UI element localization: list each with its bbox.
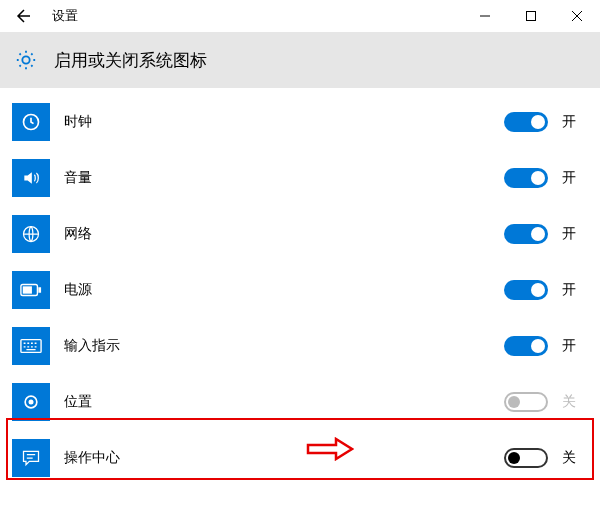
row-input: 输入指示 开 [12,318,588,374]
gear-icon [14,48,38,72]
state-label: 关 [548,393,588,411]
state-label: 开 [548,225,588,243]
back-button[interactable] [0,0,48,32]
svg-rect-0 [527,12,536,21]
location-icon [12,383,50,421]
state-label: 开 [548,113,588,131]
toggle-volume[interactable] [504,168,548,188]
clock-icon [12,103,50,141]
row-action-center: 操作中心 关 [12,430,588,486]
svg-rect-4 [38,287,41,293]
toggle-network[interactable] [504,224,548,244]
power-icon [12,271,50,309]
arrow-left-icon [16,8,32,24]
row-location: 位置 关 [12,374,588,430]
close-button[interactable] [554,0,600,32]
toggle-location [504,392,548,412]
page-title: 启用或关闭系统图标 [38,49,207,72]
state-label: 开 [548,281,588,299]
state-label: 开 [548,169,588,187]
row-label: 输入指示 [50,337,504,355]
row-label: 操作中心 [50,449,504,467]
row-label: 时钟 [50,113,504,131]
keyboard-icon [12,327,50,365]
row-label: 音量 [50,169,504,187]
svg-rect-6 [21,340,41,353]
minimize-button[interactable] [462,0,508,32]
row-label: 电源 [50,281,504,299]
action-center-icon [12,439,50,477]
toggle-clock[interactable] [504,112,548,132]
row-power: 电源 开 [12,262,588,318]
state-label: 开 [548,337,588,355]
page-header: 启用或关闭系统图标 [0,32,600,88]
settings-list: 时钟 开 音量 开 网络 开 电源 开 输入指示 开 [0,88,600,486]
titlebar: 设置 [0,0,600,32]
maximize-button[interactable] [508,0,554,32]
svg-point-8 [29,400,34,405]
row-label: 网络 [50,225,504,243]
row-clock: 时钟 开 [12,94,588,150]
row-network: 网络 开 [12,206,588,262]
toggle-action-center[interactable] [504,448,548,468]
volume-icon [12,159,50,197]
state-label: 关 [548,449,588,467]
toggle-input[interactable] [504,336,548,356]
toggle-power[interactable] [504,280,548,300]
window-title: 设置 [48,7,78,25]
row-label: 位置 [50,393,504,411]
network-icon [12,215,50,253]
svg-rect-5 [23,286,32,293]
row-volume: 音量 开 [12,150,588,206]
